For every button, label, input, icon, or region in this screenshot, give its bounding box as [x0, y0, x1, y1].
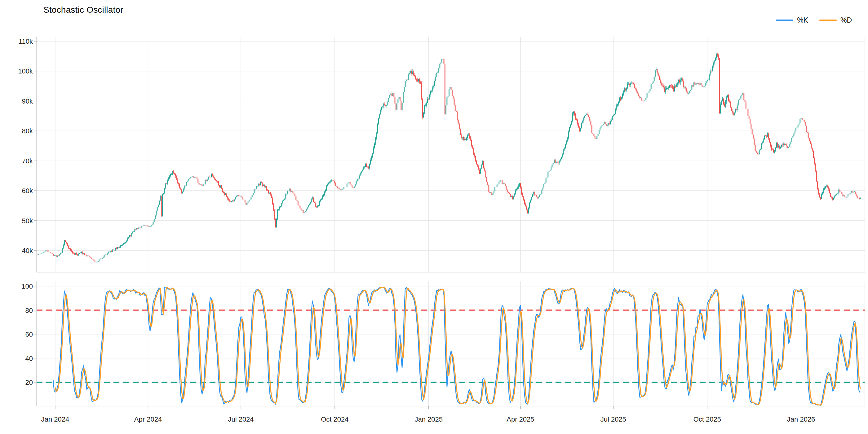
- y-tick-label: 100: [21, 282, 33, 290]
- candles-down-bodies: [38, 54, 859, 262]
- candles-down-wicks: [38, 53, 859, 263]
- x-tick-label: Oct 2025: [693, 415, 721, 423]
- y-tick-label: 40: [25, 354, 33, 362]
- x-tick-label: Jan 2025: [414, 415, 443, 423]
- x-tick-label: Apr 2025: [506, 415, 534, 423]
- y-tick-label: 80: [25, 307, 33, 314]
- y-tick-label: 50k: [22, 217, 33, 225]
- x-tick-label: Jul 2025: [600, 415, 626, 423]
- y-tick-label: 60: [25, 331, 33, 338]
- candles-up-bodies: [39, 54, 860, 262]
- x-tick-label: Jan 2026: [787, 415, 815, 423]
- y-tick-label: 90k: [22, 97, 33, 105]
- x-tick-label: Jan 2024: [41, 415, 69, 423]
- x-tick-label: Jul 2024: [228, 415, 254, 423]
- x-tick-label: Oct 2024: [321, 415, 348, 423]
- y-tick-label: 20: [25, 378, 33, 386]
- y-tick-label: 110k: [19, 37, 33, 45]
- axis-labels: 40k50k60k70k80k90k100k110k20406080100Jan…: [18, 37, 815, 423]
- oscillator-lines: [53, 287, 860, 405]
- candles: [38, 53, 860, 263]
- price-grid: [37, 37, 865, 272]
- candles-up-wicks: [39, 53, 860, 263]
- y-tick-label: 70k: [22, 157, 33, 165]
- y-tick-label: 100k: [18, 67, 33, 75]
- y-tick-label: 80k: [22, 127, 33, 135]
- plot-svg: 40k50k60k70k80k90k100k110k20406080100Jan…: [0, 0, 868, 434]
- x-tick-label: Apr 2024: [134, 415, 162, 423]
- y-tick-label: 40k: [22, 247, 33, 254]
- y-tick-label: 60k: [22, 187, 33, 195]
- level-lines: [37, 310, 865, 382]
